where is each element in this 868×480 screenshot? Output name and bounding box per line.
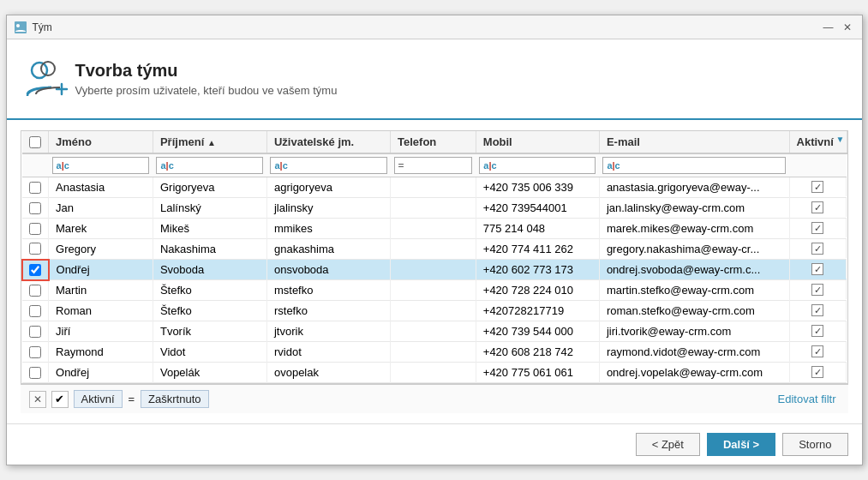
cell-uzivjmeno: mmikes (266, 219, 390, 239)
aktivni-check: ✓ (811, 201, 823, 213)
svg-point-2 (32, 63, 47, 78)
cell-aktivni: ✓ (790, 177, 847, 196)
th-uzivjmeno[interactable]: Uživatelské jm. (266, 131, 390, 153)
select-all-checkbox[interactable] (29, 136, 41, 148)
filter-telefon-box[interactable]: = (394, 157, 473, 174)
wizard-footer: < Zpět Další > Storno (7, 423, 862, 465)
filter-jmeno-box[interactable]: a|c (52, 157, 150, 174)
cell-jmeno: Martin (49, 280, 153, 301)
table-body: AnastasiaGrigoryevaagrigoryeva+420 735 0… (22, 177, 847, 383)
cell-email: raymond.vidot@eway-crm.com (599, 342, 789, 363)
filter-mobil-box[interactable]: a|c (479, 157, 596, 174)
cell-mobil: +420 739544001 (476, 198, 599, 219)
cell-jmeno: Ondřej (49, 260, 153, 280)
filter-uzivjmeno: a|c (266, 153, 390, 177)
cell-mobil: 775 214 048 (476, 219, 599, 239)
table-row[interactable]: JanLalínskýjlalinsky+420 739544001jan.la… (22, 198, 847, 219)
cell-email: roman.stefko@eway-crm.com (599, 301, 789, 321)
table-row[interactable]: GregoryNakashimagnakashima+420 774 411 2… (22, 239, 847, 260)
row-checkbox[interactable] (29, 223, 41, 235)
next-button[interactable]: Další > (707, 433, 775, 456)
table-row[interactable]: OndřejSvobodaonsvoboda+420 602 773 173on… (22, 260, 847, 280)
back-button[interactable]: < Zpět (636, 433, 700, 456)
row-checkbox-cell (22, 280, 49, 301)
filter-value-label: Zaškrtnuto (141, 390, 208, 408)
cell-jmeno: Jiří (49, 321, 153, 342)
th-prijmeni[interactable]: Příjmení (153, 131, 266, 153)
cell-telefon (391, 342, 476, 363)
th-mobil[interactable]: Mobil (476, 131, 599, 153)
th-telefon[interactable]: Telefon (391, 131, 476, 153)
filter-prijmeni-box[interactable]: a|c (156, 157, 263, 174)
cell-uzivjmeno: gnakashima (266, 239, 390, 260)
cell-aktivni: ✓ (790, 219, 847, 237)
filter-tag: Aktivní = Zaškrtnuto (74, 390, 209, 408)
table-row[interactable]: JiříTvoríkjtvorik+420 739 544 000jiri.tv… (22, 321, 847, 342)
team-icon (24, 53, 75, 105)
filter-bar: ✕ ✔ Aktivní = Zaškrtnuto Editovat filtr (21, 384, 848, 413)
cell-telefon (391, 321, 476, 342)
filter-email-box[interactable]: a|c (602, 157, 786, 174)
cell-uzivjmeno: rstefko (266, 301, 390, 321)
th-jmeno[interactable]: Jméno (49, 131, 153, 153)
cell-email: ondrej.vopelak@eway-crm.com (599, 363, 789, 383)
wizard-title: Tvorba týmu (75, 61, 338, 81)
th-email[interactable]: E-mail (599, 131, 789, 153)
cell-email: gregory.nakashima@eway-cr... (599, 239, 789, 260)
table-row[interactable]: RomanŠtefkorstefko+420728217719roman.ste… (22, 301, 847, 321)
row-checkbox-cell (22, 342, 49, 363)
cell-telefon (391, 219, 476, 239)
th-checkbox (22, 131, 49, 153)
filter-operator: = (125, 391, 139, 407)
row-checkbox[interactable] (29, 305, 41, 317)
row-checkbox-cell (22, 198, 49, 219)
cell-mobil: +420 602 773 173 (476, 260, 599, 280)
row-checkbox[interactable] (29, 202, 41, 214)
cell-jmeno: Anastasia (49, 177, 153, 198)
row-checkbox[interactable] (29, 346, 41, 358)
row-checkbox-cell (22, 177, 49, 198)
header-text: Tvorba týmu Vyberte prosím uživatele, kt… (75, 61, 338, 97)
row-checkbox[interactable] (29, 326, 41, 338)
aktivni-check: ✓ (811, 345, 823, 357)
remove-filter-button[interactable]: ✕ (29, 391, 46, 408)
cell-email: ondrej.svoboda@eway-crm.c... (599, 260, 789, 280)
close-button[interactable]: ✕ (840, 20, 855, 35)
aktivni-check: ✓ (811, 304, 823, 316)
table-row[interactable]: AnastasiaGrigoryevaagrigoryeva+420 735 0… (22, 177, 847, 198)
cell-uzivjmeno: onsvoboda (266, 260, 390, 280)
cell-telefon (391, 280, 476, 301)
cell-prijmeni: Štefko (153, 301, 266, 321)
th-aktivni[interactable]: Aktivní ▼ (789, 131, 847, 153)
table-wrapper[interactable]: Jméno Příjmení Uživatelské jm. Telefon (21, 131, 847, 383)
table-row[interactable]: RaymondVidotrvidot+420 608 218 742raymon… (22, 342, 847, 363)
filter-uzivjmeno-box[interactable]: a|c (270, 157, 386, 174)
cell-jmeno: Jan (49, 198, 153, 219)
cell-prijmeni: Tvorík (153, 321, 266, 342)
minimize-button[interactable]: — (821, 20, 836, 35)
table-row[interactable]: MartinŠtefkomstefko+420 728 224 010marti… (22, 280, 847, 301)
cancel-button[interactable]: Storno (782, 433, 847, 456)
wizard-subtitle: Vyberte prosím uživatele, kteří budou ve… (75, 84, 338, 97)
filter-checkbox-cell (22, 153, 49, 177)
table-header-row: Jméno Příjmení Uživatelské jm. Telefon (22, 131, 847, 153)
filter-indicator-icon: ▼ (836, 135, 845, 144)
cell-mobil: +420 774 411 262 (476, 239, 599, 260)
row-checkbox[interactable] (29, 285, 41, 297)
cell-telefon (391, 260, 476, 280)
row-checkbox[interactable] (29, 182, 41, 194)
cell-prijmeni: Lalínský (153, 198, 266, 219)
table-row[interactable]: MarekMikešmmikes775 214 048marek.mikes@e… (22, 219, 847, 239)
row-checkbox-cell (22, 260, 49, 280)
cell-mobil: +420 608 218 742 (476, 342, 599, 363)
cell-jmeno: Marek (49, 219, 153, 239)
cell-aktivni: ✓ (790, 239, 847, 258)
table-row[interactable]: OndřejVopelákovopelak+420 775 061 061ond… (22, 363, 847, 383)
row-checkbox[interactable] (29, 264, 41, 276)
row-checkbox[interactable] (29, 367, 41, 379)
edit-filter-button[interactable]: Editovat filtr (775, 391, 840, 407)
row-checkbox[interactable] (29, 243, 41, 255)
aktivni-check: ✓ (811, 284, 823, 296)
cell-aktivni: ✓ (790, 301, 847, 320)
cell-mobil: +420 735 006 339 (476, 177, 599, 198)
